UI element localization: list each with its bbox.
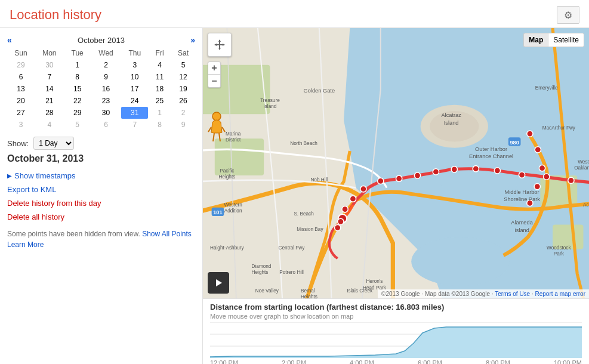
map-type-map-button[interactable]: Map [523, 33, 548, 47]
page-title: Location history [10, 7, 101, 23]
show-dropdown[interactable]: 1 Day 2 Days 7 Days [33, 137, 74, 150]
play-button[interactable] [208, 272, 229, 294]
calendar-day[interactable]: 13 [7, 83, 35, 95]
report-map-error-link[interactable]: Report a map error [535, 291, 585, 297]
calendar-header: « October 2013 » [7, 33, 195, 47]
svg-line-84 [219, 133, 220, 141]
calendar-day[interactable]: 8 [148, 119, 171, 131]
svg-line-82 [222, 127, 225, 132]
calendar-day[interactable]: 7 [35, 71, 64, 83]
hidden-notice-text: Some points have been hidden from view. [7, 230, 140, 238]
calendar-week-row: 272829303112 [7, 107, 195, 119]
calendar-day[interactable]: 5 [171, 59, 195, 71]
calendar-day[interactable]: 29 [64, 107, 91, 119]
terms-of-use-link[interactable]: Terms of Use [495, 291, 530, 297]
calendar-day[interactable]: 7 [121, 119, 148, 131]
svg-point-23 [338, 218, 344, 224]
calendar-day[interactable]: 22 [64, 95, 91, 107]
calendar-body: 2930123456789101112131415161718192021222… [7, 59, 195, 131]
calendar-day[interactable]: 4 [35, 119, 64, 131]
calendar-day[interactable]: 23 [91, 95, 122, 107]
svg-point-13 [473, 166, 479, 172]
delete-history-day-link[interactable]: Delete history from this day [7, 199, 195, 208]
timestamps-toggle[interactable]: ▶ Show timestamps [7, 171, 195, 180]
calendar-day[interactable]: 29 [7, 59, 35, 71]
x-label-4pm: 4:00 PM [350, 359, 374, 364]
export-kml-link[interactable]: Export to KML [7, 185, 195, 194]
calendar-table: SunMonTueWedThuFriSat 293012345678910111… [7, 47, 195, 131]
svg-text:Heights: Heights [218, 174, 235, 180]
calendar-day[interactable]: 6 [91, 119, 122, 131]
svg-point-27 [539, 165, 545, 171]
calendar-day[interactable]: 1 [64, 59, 91, 71]
map-type-buttons: Map Satellite [523, 33, 584, 47]
calendar-day[interactable]: 5 [64, 119, 91, 131]
calendar-day-header: Sun [7, 47, 35, 59]
map-chart-column: Alcatraz Island Golden Gate Emeryville M… [203, 28, 589, 364]
calendar-day[interactable]: 2 [171, 107, 195, 119]
calendar-day[interactable]: 24 [121, 95, 148, 107]
svg-text:Oakland: Oakland [574, 165, 589, 171]
map[interactable]: Alcatraz Island Golden Gate Emeryville M… [203, 28, 589, 298]
chart-area: Distance from starting location (farthes… [203, 298, 589, 364]
learn-more-link[interactable]: Learn More [7, 240, 44, 249]
show-row: Show: 1 Day 2 Days 7 Days [7, 137, 195, 150]
calendar-prev-button[interactable]: « [7, 35, 12, 45]
calendar-day[interactable]: 27 [7, 107, 35, 119]
show-label: Show: [7, 139, 29, 148]
calendar-day[interactable]: 19 [171, 83, 195, 95]
calendar-day[interactable]: 31 [121, 107, 148, 119]
street-view-pegman[interactable] [208, 112, 226, 141]
gear-icon: ⚙ [564, 10, 572, 21]
calendar-day[interactable]: 25 [148, 95, 171, 107]
calendar-day[interactable]: 6 [7, 71, 35, 83]
svg-text:Golden Gate: Golden Gate [304, 88, 335, 94]
calendar-day[interactable]: 28 [35, 107, 64, 119]
calendar-day[interactable]: 16 [91, 83, 122, 95]
show-all-points-link[interactable]: Show All Points [142, 230, 192, 238]
calendar-day[interactable]: 26 [171, 95, 195, 107]
calendar-week-row: 20212223242526 [7, 95, 195, 107]
zoom-out-button[interactable]: − [208, 75, 221, 88]
calendar-day[interactable]: 9 [91, 71, 122, 83]
map-container: Alcatraz Island Golden Gate Emeryville M… [203, 28, 589, 298]
calendar-day[interactable]: 3 [7, 119, 35, 131]
calendar-day[interactable]: 12 [171, 71, 195, 83]
calendar-day[interactable]: 14 [35, 83, 64, 95]
calendar-day[interactable]: 9 [171, 119, 195, 131]
calendar-day[interactable]: 11 [148, 71, 171, 83]
calendar-day[interactable]: 20 [7, 95, 35, 107]
map-type-satellite-button[interactable]: Satellite [548, 33, 584, 47]
calendar-day[interactable]: 30 [35, 59, 64, 71]
svg-point-9 [568, 177, 574, 183]
header: Location history ⚙ [0, 0, 589, 28]
calendar-day[interactable]: 4 [148, 59, 171, 71]
calendar-day[interactable]: 8 [64, 71, 91, 83]
svg-point-15 [433, 169, 439, 175]
svg-marker-85 [216, 279, 222, 286]
pan-button[interactable] [208, 33, 232, 57]
svg-text:Heights: Heights [252, 270, 269, 275]
calendar-week-row: 293012345 [7, 59, 195, 71]
chart-x-axis: 12:00 PM 2:00 PM 4:00 PM 6:00 PM 8:00 PM… [210, 359, 582, 364]
calendar-day[interactable]: 10 [121, 71, 148, 83]
gear-button[interactable]: ⚙ [557, 6, 579, 24]
calendar-day[interactable]: 30 [91, 107, 122, 119]
delete-all-history-link[interactable]: Delete all history [7, 212, 195, 221]
zoom-in-button[interactable]: + [208, 61, 221, 75]
calendar-day[interactable]: 2 [91, 59, 122, 71]
calendar-day-header: Sat [171, 47, 195, 59]
svg-text:Heights: Heights [301, 294, 317, 298]
calendar-day[interactable]: 21 [35, 95, 64, 107]
calendar-next-button[interactable]: » [190, 35, 195, 45]
svg-point-19 [360, 186, 366, 192]
calendar-day[interactable]: 3 [121, 59, 148, 71]
calendar-day[interactable]: 18 [148, 83, 171, 95]
svg-point-25 [527, 131, 533, 137]
calendar-day[interactable]: 1 [148, 107, 171, 119]
svg-text:Treasure: Treasure [260, 98, 280, 103]
calendar-day[interactable]: 15 [64, 83, 91, 95]
calendar-day[interactable]: 17 [121, 83, 148, 95]
main-content: « October 2013 » SunMonTueWedThuFriSat 2… [0, 28, 589, 364]
svg-text:980: 980 [510, 140, 519, 146]
